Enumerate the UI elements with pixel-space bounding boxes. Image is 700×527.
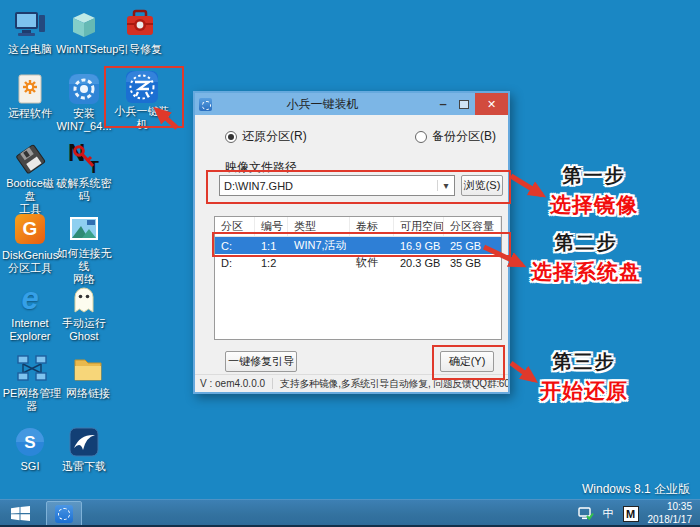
desktop-icon-ghost[interactable]: 手动运行 Ghost <box>56 282 112 343</box>
icon-label: DiskGenius 分区工具 <box>2 249 58 275</box>
icon-label: 远程软件 <box>2 107 58 120</box>
partition-table: 分区 编号 类型 卷标 可用空间 分区容量 C: 1:1 WIN7,活动 16.… <box>214 216 502 340</box>
ime-language-indicator[interactable]: 中 <box>603 506 614 521</box>
icon-label: 小兵一键装机 <box>110 105 174 131</box>
dialog-app-icon <box>199 98 212 111</box>
start-button[interactable] <box>0 500 40 527</box>
desktop-icon-this-pc[interactable]: 这台电脑 <box>2 8 58 56</box>
desktop-icon-crack-password[interactable]: NT 破解系统密码 <box>56 142 112 203</box>
step-action: 选择镜像 <box>536 191 652 219</box>
radio-label: 还原分区(R) <box>242 128 307 145</box>
taskbar-app-xiaobing[interactable] <box>46 501 82 527</box>
windows-logo-icon <box>11 506 30 521</box>
icon-label: 安装 WIN7_64... <box>56 107 112 133</box>
radio-label: 备份分区(B) <box>432 128 496 145</box>
photo-icon <box>67 212 101 246</box>
table-header-cell: 类型 <box>288 217 350 236</box>
package-icon <box>67 8 101 42</box>
table-header-cell: 可用空间 <box>394 217 444 236</box>
table-cell: 1:2 <box>255 257 288 269</box>
table-cell: WIN7,活动 <box>288 238 350 253</box>
table-header-cell: 分区 <box>215 217 255 236</box>
maximize-icon[interactable] <box>457 97 471 111</box>
clock-time: 10:35 <box>648 501 693 514</box>
table-cell: 软件 <box>350 255 394 270</box>
ie-icon: e <box>13 282 47 316</box>
step-number: 第二步 <box>524 230 648 256</box>
sgi-circle-icon: S <box>13 425 47 459</box>
table-cell: 1:1 <box>255 240 288 252</box>
icon-label: 手动运行 Ghost <box>56 317 112 343</box>
restore-partition-radio[interactable]: 还原分区(R) <box>225 128 307 145</box>
network-diagram-icon <box>15 352 49 386</box>
close-icon[interactable]: ✕ <box>475 93 508 115</box>
desktop-icon-sgi[interactable]: S SGI <box>2 425 58 473</box>
ok-button[interactable]: 确定(Y) <box>440 351 494 372</box>
ime-mode-icon[interactable]: M <box>623 506 639 522</box>
desktop-icon-network-link[interactable]: 网络链接 <box>60 352 116 400</box>
annotation-step-1: 第一步 选择镜像 <box>536 163 652 219</box>
desktop-icon-winntsetup[interactable]: WinNTSetup <box>56 8 112 56</box>
icon-label: Bootice磁盘 工具 <box>2 177 58 216</box>
icon-label: WinNTSetup <box>56 43 112 56</box>
dialog-client: 还原分区(R) 备份分区(B) 映像文件路径 D:\WIN7.GHD ▾ 浏览(… <box>195 115 508 392</box>
desktop-icon-thunder[interactable]: 迅雷下载 <box>56 425 112 473</box>
icon-label: 如何连接无线 网络 <box>56 247 112 286</box>
clock-date: 2018/1/17 <box>648 514 693 527</box>
diskgenius-g-icon: G <box>13 214 47 248</box>
installer-dialog: 小兵一键装机 – ✕ 还原分区(R) 备份分区(B) 映像文件路径 D:\WIN… <box>193 91 510 394</box>
image-path-combobox[interactable]: D:\WIN7.GHD ▾ <box>219 175 455 196</box>
xiaobing-mini-icon <box>55 505 73 523</box>
image-path-value: D:\WIN7.GHD <box>220 180 437 192</box>
minimize-icon[interactable]: – <box>433 94 453 114</box>
desktop-icon-pe-network[interactable]: PE网络管理器 <box>2 352 62 413</box>
chevron-down-icon[interactable]: ▾ <box>437 180 454 191</box>
step-number: 第三步 <box>528 349 640 375</box>
annotation-step-2: 第二步 选择系统盘 <box>524 230 648 286</box>
step-action: 选择系统盘 <box>524 258 648 286</box>
table-cell: 16.9 GB <box>394 240 444 252</box>
table-header-cell: 编号 <box>255 217 288 236</box>
dialog-titlebar[interactable]: 小兵一键装机 – ✕ <box>195 93 508 115</box>
dialog-title: 小兵一键装机 <box>212 96 433 113</box>
desktop-icon-remote-software[interactable]: 远程软件 <box>2 72 58 120</box>
table-row-c[interactable]: C: 1:1 WIN7,活动 16.9 GB 25 GB <box>215 237 501 254</box>
table-cell: D: <box>215 257 255 269</box>
status-text: 支持多种镜像,多系统引导自动修复, 问题反馈QQ群:606616468 <box>273 377 508 391</box>
desktop-icon-boot-repair[interactable]: 引导修复 <box>112 8 168 56</box>
taskbar: 中 M 10:35 2018/1/17 <box>0 499 700 527</box>
nt-key-icon: NT <box>67 142 101 176</box>
image-path-label: 映像文件路径 <box>225 159 297 176</box>
status-bar: V : oem4.0.0.0 支持多种镜像,多系统引导自动修复, 问题反馈QQ群… <box>195 374 508 392</box>
icon-label: 网络链接 <box>60 387 116 400</box>
backup-partition-radio[interactable]: 备份分区(B) <box>415 128 496 145</box>
desktop-icon-diskgenius[interactable]: G DiskGenius 分区工具 <box>2 212 58 275</box>
table-row-d[interactable]: D: 1:2 软件 20.3 GB 35 GB <box>215 254 501 271</box>
desktop-icon-xiaobing-installer[interactable]: 小兵一键装机 <box>110 70 174 131</box>
step-action: 开始还原 <box>528 377 640 405</box>
radio-unselected-icon <box>415 131 427 143</box>
desktop-icon-install-win7[interactable]: 安装 WIN7_64... <box>56 72 112 133</box>
browse-button[interactable]: 浏览(S) <box>461 175 503 196</box>
repair-boot-button[interactable]: 一键修复引导 <box>225 351 297 372</box>
icon-label: PE网络管理器 <box>2 387 62 413</box>
step-number: 第一步 <box>536 163 652 189</box>
os-version-label: Windows 8.1 企业版 <box>582 481 690 498</box>
floppy-disk-icon <box>13 142 47 176</box>
desktop-icon-wireless-help[interactable]: 如何连接无线 网络 <box>56 212 112 286</box>
table-cell: 20.3 GB <box>394 257 444 269</box>
network-status-icon[interactable] <box>578 507 594 521</box>
computer-icon <box>13 8 47 42</box>
desktop-icon-bootice[interactable]: Bootice磁盘 工具 <box>2 142 58 216</box>
desktop-icon-internet-explorer[interactable]: e Internet Explorer <box>2 282 58 343</box>
toolbox-icon <box>123 8 157 42</box>
ghost-icon <box>67 282 101 316</box>
version-text: V : oem4.0.0.0 <box>195 378 273 389</box>
xiaobing-logo-icon <box>125 70 159 104</box>
taskbar-clock[interactable]: 10:35 2018/1/17 <box>648 501 693 526</box>
icon-label: 引导修复 <box>112 43 168 56</box>
system-tray: 中 M 10:35 2018/1/17 <box>578 501 700 526</box>
table-cell: C: <box>215 240 255 252</box>
folder-icon <box>71 352 105 386</box>
icon-label: 迅雷下载 <box>56 460 112 473</box>
